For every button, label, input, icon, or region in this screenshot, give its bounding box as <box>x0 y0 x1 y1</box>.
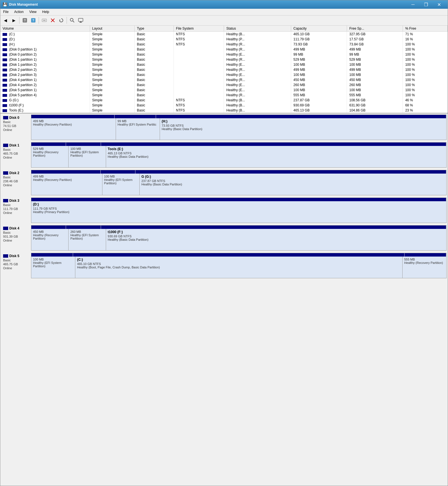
partition-block-2-0[interactable]: 499 MBHealthy (Recovery Partition) <box>31 174 102 195</box>
cell-type: Basic <box>135 57 174 62</box>
table-row[interactable]: G (G:) Simple Basic NTFS Healthy (B... 2… <box>0 98 448 103</box>
search-button[interactable] <box>68 16 76 24</box>
cell-capacity: 99 MB <box>291 52 347 57</box>
cell-fs <box>174 52 224 57</box>
cell-capacity: 555 MB <box>291 93 347 98</box>
cell-pctfree: 100 % <box>403 93 448 98</box>
help-button[interactable]: ? <box>29 16 37 24</box>
display-button[interactable] <box>77 16 85 24</box>
part-size: 73.93 GB NTFS <box>162 124 445 127</box>
part-desc: Healthy (EFI System Partition) <box>70 233 104 240</box>
connect-button[interactable] <box>40 16 48 24</box>
disk-label-1: Disk 1 Basic 465.75 GB Online <box>1 142 31 168</box>
table-row[interactable]: (Disk 1 partition 2) Simple Basic Health… <box>0 62 448 67</box>
partition-block-4-2[interactable]: t1000 (F:)930.69 GB NTFSHealthy (Basic D… <box>106 229 446 250</box>
cell-status: Healthy (B... <box>224 103 291 108</box>
cell-fs <box>174 82 224 87</box>
part-desc: Healthy (Boot, Page File, Crash Dump, Ba… <box>77 266 400 269</box>
col-filesystem[interactable]: File System <box>174 26 224 32</box>
partition-block-1-1[interactable]: 100 MBHealthy (EFI System Partition) <box>69 146 106 167</box>
part-size: 237.87 GB NTFS <box>141 179 445 183</box>
back-button[interactable]: ◀ <box>1 16 9 24</box>
close-button[interactable]: ✕ <box>432 0 445 9</box>
cell-layout: Simple <box>90 108 135 113</box>
disk-name-1: Disk 1 <box>3 143 29 147</box>
table-row[interactable]: t1000 (F:) Simple Basic NTFS Healthy (B.… <box>0 103 448 108</box>
menu-view[interactable]: View <box>27 9 39 15</box>
disk-partitions-0: 499 MBHealthy (Recovery Partition)99 MBH… <box>31 115 447 140</box>
col-layout[interactable]: Layout <box>90 26 135 32</box>
table-row[interactable]: (Disk 1 partition 1) Simple Basic Health… <box>0 57 448 62</box>
cell-layout: Simple <box>90 93 135 98</box>
part-size: 465.13 GB NTFS <box>108 152 445 155</box>
toolbar-separator-1 <box>19 17 19 24</box>
col-freespace[interactable]: Free Sp... <box>347 26 403 32</box>
cell-layout: Simple <box>90 31 135 37</box>
svg-rect-13 <box>79 22 82 23</box>
partition-block-2-2[interactable]: G (G:)237.87 GB NTFSHealthy (Basic Data … <box>140 174 446 195</box>
partition-block-3-0[interactable]: (D:)111.79 GB NTFSHealthy (Primary Parti… <box>31 201 446 223</box>
col-status[interactable]: Status <box>224 26 291 32</box>
col-type[interactable]: Type <box>135 26 174 32</box>
partition-block-1-2[interactable]: Tools (E:)465.13 GB NTFSHealthy (Basic D… <box>106 146 446 167</box>
partition-block-5-1[interactable]: (C:)465.10 GB NTFSHealthy (Boot, Page Fi… <box>75 257 402 278</box>
cell-capacity: 111.79 GB <box>291 37 347 42</box>
table-row[interactable]: (Disk 5 partition 1) Simple Basic Health… <box>0 87 448 93</box>
col-volume[interactable]: Volume <box>0 26 90 32</box>
table-row[interactable]: (Disk 0 partition 1) Simple Basic Health… <box>0 47 448 52</box>
disk-size-1: 465.75 GB <box>3 152 29 155</box>
cell-capacity: 465.10 GB <box>291 31 347 37</box>
cell-status: Healthy (R... <box>224 93 291 98</box>
table-row[interactable]: (Disk 2 partition 3) Simple Basic Health… <box>0 72 448 77</box>
partition-block-0-2[interactable]: (H:)73.93 GB NTFSHealthy (Basic Data Par… <box>160 118 446 140</box>
svg-marker-8 <box>60 19 61 20</box>
cell-pctfree: 71 % <box>403 31 448 37</box>
cell-volume: t1000 (F:) <box>0 103 90 108</box>
partition-block-5-0[interactable]: 100 MBHealthy (EFI System Partition) <box>31 257 75 278</box>
partition-block-4-0[interactable]: 450 MBHealthy (Recovery Partition) <box>31 229 69 250</box>
cell-pctfree: 100 % <box>403 77 448 82</box>
cell-volume: (Disk 2 partition 3) <box>0 72 90 77</box>
cell-pctfree: 100 % <box>403 57 448 62</box>
part-size: 99 MB <box>118 119 158 123</box>
partition-block-2-1[interactable]: 100 MBHealthy (EFI System Partition) <box>102 174 140 195</box>
table-row[interactable]: (Disk 4 partition 1) Simple Basic Health… <box>0 77 448 82</box>
forward-button[interactable]: ▶ <box>10 16 18 24</box>
partition-block-1-0[interactable]: 529 MBHealthy (Recovery Partition) <box>31 146 69 167</box>
bar-seg-1-0 <box>31 143 66 146</box>
menu-help[interactable]: Help <box>39 9 52 15</box>
refresh-button[interactable] <box>57 16 65 24</box>
cell-status: Healthy (B... <box>224 98 291 103</box>
table-row[interactable]: (Disk 2 partition 2) Simple Basic Health… <box>0 67 448 72</box>
disk-status-1: Online <box>3 156 29 159</box>
disk-visual-area: Disk 0 Basic 74.51 GB Online 499 MBHealt… <box>0 113 448 486</box>
table-row[interactable]: (C:) Simple Basic NTFS Healthy (B... 465… <box>0 31 448 37</box>
cancel-button[interactable] <box>49 16 57 24</box>
minimize-button[interactable]: ─ <box>407 0 420 9</box>
table-row[interactable]: (Disk 4 partition 2) Simple Basic Health… <box>0 82 448 87</box>
menu-file[interactable]: File <box>0 9 11 15</box>
col-capacity[interactable]: Capacity <box>291 26 347 32</box>
disk-type-3: Basic <box>3 203 29 207</box>
cell-pctfree: 100 % <box>403 87 448 93</box>
cell-capacity: 260 MB <box>291 82 347 87</box>
cell-volume: (Disk 1 partition 1) <box>0 57 90 62</box>
toolbar-separator-2 <box>39 17 39 24</box>
part-size: 260 MB <box>70 230 104 233</box>
partition-block-0-1[interactable]: 99 MBHealthy (EFI System Partitic <box>116 118 160 140</box>
cell-volume: (C:) <box>0 31 90 37</box>
table-row[interactable]: (Disk 5 partition 4) Simple Basic Health… <box>0 93 448 98</box>
partition-block-0-0[interactable]: 499 MBHealthy (Recovery Partition) <box>31 118 116 140</box>
table-row[interactable]: (H:) Simple Basic NTFS Healthy (R... 73.… <box>0 42 448 47</box>
col-pctfree[interactable]: % Free <box>403 26 448 32</box>
properties-button[interactable]: ? <box>21 16 29 24</box>
table-row[interactable]: (D:) Simple Basic NTFS Healthy (P... 111… <box>0 37 448 42</box>
partition-block-5-2[interactable]: 555 MBHealthy (Recovery Partition) <box>403 257 446 278</box>
table-row[interactable]: (Disk 0 partition 2) Simple Basic Health… <box>0 52 448 57</box>
window-title: Disk Management <box>9 3 407 6</box>
app-icon: 💾 <box>3 2 7 7</box>
partition-block-4-1[interactable]: 260 MBHealthy (EFI System Partition) <box>69 229 106 250</box>
menu-action[interactable]: Action <box>11 9 26 15</box>
restore-button[interactable]: ❐ <box>420 0 432 9</box>
table-row[interactable]: Tools (E:) Simple Basic NTFS Healthy (B.… <box>0 108 448 113</box>
